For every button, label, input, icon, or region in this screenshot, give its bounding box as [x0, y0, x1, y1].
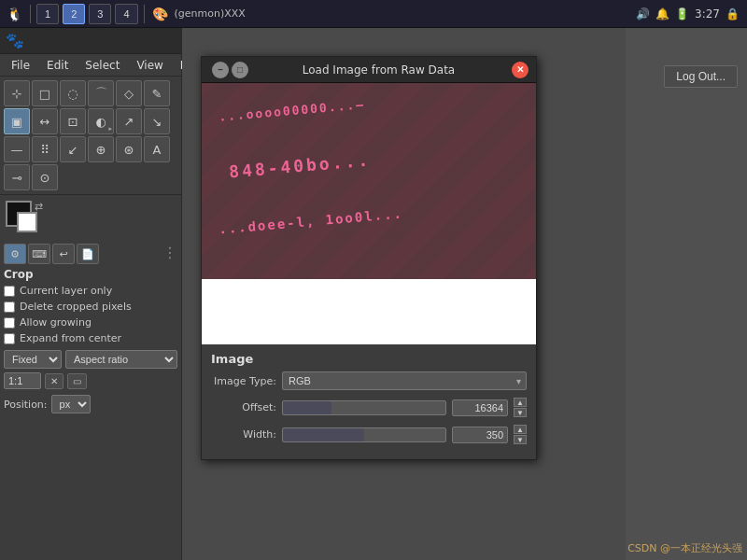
ratio-row: ✕ ▭ — [4, 372, 177, 389]
portrait-icon: ▭ — [73, 376, 81, 386]
logout-button[interactable]: Log Out... — [664, 65, 738, 88]
expand-from-center-row: Expand from center — [4, 332, 177, 344]
ratio-portrait-button[interactable]: ▭ — [67, 373, 87, 389]
crop-section-title: Crop — [4, 268, 177, 281]
expand-from-center-checkbox[interactable] — [4, 333, 15, 344]
tool-shear[interactable]: ↗ — [116, 108, 142, 134]
dialog-titlebar: – □ Load Image from Raw Data ✕ — [202, 57, 536, 83]
offset-spin-up[interactable]: ▲ — [514, 398, 527, 407]
tool-pencil[interactable]: ✎ — [144, 80, 170, 106]
menu-file[interactable]: File — [4, 57, 37, 74]
taskbar-separator — [30, 5, 31, 23]
tool-bucket[interactable]: ↙ — [60, 136, 86, 162]
dialog-close-button[interactable]: ✕ — [512, 62, 529, 78]
background-color[interactable] — [17, 212, 37, 232]
sound-icon: 🔊 — [636, 7, 650, 21]
allow-growing-checkbox[interactable] — [4, 317, 15, 329]
expand-from-center-label: Expand from center — [20, 332, 121, 344]
current-layer-only-label: Current layer only — [20, 285, 112, 297]
current-layer-only-checkbox[interactable] — [4, 286, 15, 297]
offset-spinner: ▲ ▼ — [514, 398, 527, 417]
menu-view[interactable]: View — [129, 57, 170, 74]
image-text-3: ...doee-l, 1oo0l... — [218, 205, 404, 236]
foreground-background-colors: ⇄ — [6, 201, 43, 234]
tool-free-select[interactable]: ⌒ — [88, 80, 114, 106]
tab-undo-history[interactable]: ↩ — [52, 244, 75, 264]
tool-rect-select[interactable]: □ — [32, 80, 58, 106]
offset-spin-down[interactable]: ▼ — [514, 408, 527, 417]
width-spin-down[interactable]: ▼ — [514, 435, 527, 444]
taskbar-btn-2[interactable]: 2 — [63, 4, 85, 24]
delete-cropped-pixels-row: Delete cropped pixels — [4, 301, 177, 313]
tool-crosshair[interactable]: ⊹ — [4, 80, 30, 106]
content-area: Log Out... – □ Load Image from Raw Data … — [182, 28, 747, 560]
image-type-select[interactable]: RGB RGBA Gray Graya Indexed — [282, 371, 527, 390]
width-spin-up[interactable]: ▲ — [514, 425, 527, 434]
width-label: Width: — [211, 428, 276, 441]
delete-cropped-pixels-checkbox[interactable] — [4, 301, 15, 313]
tool-move[interactable]: ↔ — [32, 108, 58, 134]
fixed-select-dropdown[interactable]: Fixed Width Height Size — [4, 350, 62, 369]
ratio-input[interactable] — [4, 372, 41, 389]
time-display: 3:27 — [695, 7, 720, 21]
tool-icons-panel: ⊹ □ ◌ ⌒ ◇ ✎ ▣ ↔ ⊡ ◐▸ ↗ ↘ — ⠿ ↙ ⊕ ⊛ A ⊸ ⊙ — [0, 77, 181, 195]
width-value-input[interactable] — [452, 427, 508, 443]
menu-edit[interactable]: Edit — [39, 57, 76, 74]
tool-zoom[interactable]: ⊙ — [32, 164, 58, 190]
tool-text[interactable]: A — [144, 136, 170, 162]
taskbar-btn-1[interactable]: 1 — [36, 4, 59, 24]
width-slider-fill — [283, 428, 364, 441]
dialog-image-canvas: ...oooo00000...— 848-40bo... ...doee-l, … — [202, 83, 536, 344]
tool-eraser[interactable]: ⊛ — [116, 136, 142, 162]
tab-document-info[interactable]: 📄 — [77, 244, 99, 264]
battery-icon: 🔋 — [675, 7, 689, 21]
clock: 🔊 🔔 🔋 3:27 🔒 — [636, 7, 743, 21]
tool-ellipse-select[interactable]: ◌ — [60, 80, 86, 106]
tool-flip[interactable]: — — [4, 136, 30, 162]
white-area — [202, 279, 536, 344]
dialog-maximize-button[interactable]: □ — [232, 62, 248, 78]
aspect-ratio-dropdown[interactable]: Aspect ratio — [65, 350, 177, 369]
tool-align[interactable]: ⊡ — [60, 108, 86, 134]
position-unit-select[interactable]: px % — [51, 395, 91, 413]
tool-cage[interactable]: ⠿ — [32, 136, 58, 162]
menubar: File Edit Select View Image Layer — [0, 54, 181, 77]
ratio-clear-button[interactable]: ✕ — [45, 373, 63, 389]
btn-label-1: 1 — [45, 8, 50, 20]
tool-gradient[interactable]: ⊕ — [88, 136, 114, 162]
dialog-minimize-button[interactable]: – — [212, 62, 229, 78]
taskbar-btn-3[interactable]: 3 — [89, 4, 111, 24]
tab-tool-options[interactable]: ⚙ — [4, 244, 26, 264]
tool-crop[interactable]: ▣ — [4, 108, 30, 134]
left-toolbar: 🐾 File Edit Select View Image Layer ⊹ □ … — [0, 28, 182, 560]
fixed-aspect-row: Fixed Width Height Size Aspect ratio — [4, 350, 177, 369]
tool-perspective[interactable]: ↘ — [144, 108, 170, 134]
current-layer-only-row: Current layer only — [4, 285, 177, 297]
btn-label-2: 2 — [71, 8, 77, 20]
image-section-title: Image — [211, 352, 527, 366]
btn-label-3: 3 — [97, 8, 103, 20]
tool-rotate[interactable]: ◐▸ — [88, 108, 114, 134]
tool-clone[interactable]: ⊸ — [4, 164, 30, 190]
dialog-title: Load Image from Raw Data — [248, 63, 509, 77]
tool-fuzzy-select[interactable]: ◇ — [116, 80, 142, 106]
offset-row: Offset: ▲ ▼ — [211, 398, 527, 417]
image-text-2: 848-40bo... — [228, 150, 371, 182]
image-type-select-wrap: RGB RGBA Gray Graya Indexed ▾ — [282, 371, 527, 390]
delete-cropped-pixels-label: Delete cropped pixels — [20, 301, 132, 313]
panel-menu-icon[interactable]: ⋮ — [162, 244, 177, 264]
offset-slider[interactable] — [282, 400, 446, 415]
tab-device-status[interactable]: ⌨ — [28, 244, 50, 264]
bell-icon: 🔔 — [655, 7, 669, 21]
menu-select[interactable]: Select — [78, 57, 127, 74]
app-icon: 🐧 — [4, 4, 24, 24]
gimp-icon: 🎨 — [150, 4, 171, 24]
swap-colors-icon[interactable]: ⇄ — [35, 201, 43, 213]
taskbar-btn-4[interactable]: 4 — [115, 4, 137, 24]
taskbar-separator-2 — [144, 5, 145, 23]
color-area: ⇄ — [0, 195, 181, 240]
dialog-load-image: – □ Load Image from Raw Data ✕ ...oooo00… — [201, 56, 537, 460]
window-label: (genmon)XXX — [175, 7, 246, 20]
offset-value-input[interactable] — [452, 399, 508, 416]
width-slider[interactable] — [282, 427, 446, 442]
